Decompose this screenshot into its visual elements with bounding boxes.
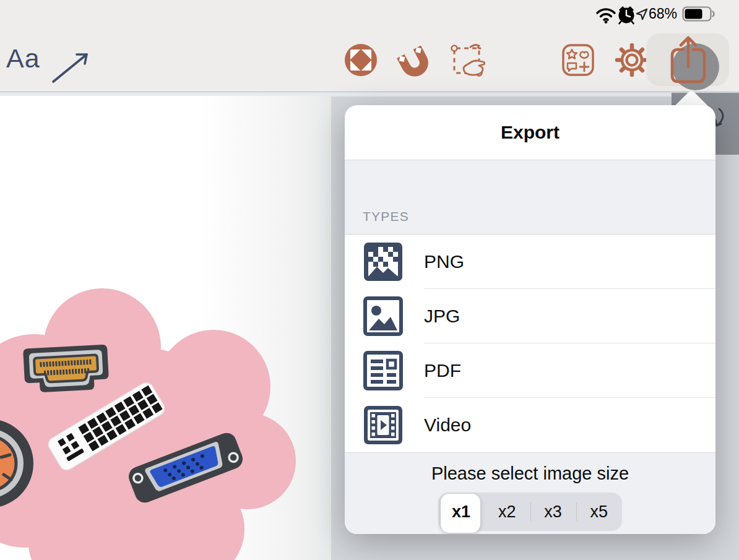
popover-footer: Please select image size x1 x2 x3 x5 [345,452,715,534]
battery-percent: 68% [649,6,677,22]
png-transparency-icon [363,242,403,282]
size-option-x2[interactable]: x2 [484,493,530,531]
alarm-icon [616,4,636,25]
jpg-image-icon [363,296,403,336]
export-type-row-jpg[interactable]: JPG [345,289,715,343]
share-icon[interactable] [670,35,707,85]
wifi-icon [595,6,616,24]
image-size-segmented-control: x1 x2 x3 x5 [438,493,622,531]
pdf-document-icon [363,351,403,390]
types-label: TYPES [363,209,409,224]
arrow-tool-icon[interactable] [51,50,92,84]
location-icon [635,7,649,21]
segment-divider [530,502,531,521]
magnet-tool-icon[interactable] [395,42,432,79]
app-screen: 68% Aa [0,0,739,560]
export-type-label: JPG [424,306,460,327]
drawing-canvas[interactable] [0,96,331,560]
export-type-label: PNG [424,251,464,272]
popover-title: Export [501,122,560,143]
stickers-icon[interactable] [561,43,595,77]
pink-cloud[interactable] [0,288,296,560]
battery-icon [682,6,717,22]
export-type-row-png[interactable]: PNG [345,235,715,289]
text-tool-button[interactable]: Aa [6,43,40,74]
export-type-row-video[interactable]: Video [345,398,715,452]
export-popover: Export TYPES PNG [345,105,715,534]
size-prompt-text: Please select image size [345,463,715,484]
size-option-x3[interactable]: x3 [530,493,576,531]
pointing-hand-icon [464,61,485,75]
top-toolbar: 68% Aa [0,0,739,92]
export-type-label: Video [424,415,471,436]
segment-divider [576,502,577,521]
export-type-label: PDF [424,360,461,381]
size-option-x1[interactable]: x1 [438,493,484,531]
popover-header: Export [345,105,715,160]
shape-tool-icon[interactable] [344,43,378,77]
types-section-header: TYPES [345,160,715,235]
settings-gear-icon[interactable] [614,42,650,78]
size-option-x5[interactable]: x5 [576,493,622,531]
export-type-row-pdf[interactable]: PDF [345,343,715,398]
video-filmstrip-icon [363,405,403,445]
lasso-select-icon[interactable] [449,41,489,80]
